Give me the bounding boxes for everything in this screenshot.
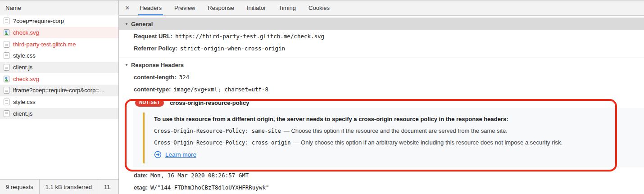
corp-header-name: cross-origin-resource-policy [170,99,249,106]
general-section-title: General [131,21,153,27]
close-icon[interactable]: × [119,0,133,15]
header-key: etag: [134,184,148,191]
details-tab[interactable]: Timing [278,0,297,15]
tabs: Headers Preview Response Initiator Timin… [133,0,336,15]
summary-text: 1.1 kB transferred [45,184,92,190]
header-value: 324 [179,74,190,81]
network-request-row[interactable]: client.js [0,108,118,120]
document-icon [4,87,9,94]
header-line: etag:W/"144-FTDhm3hoCBzT8dloUYXHFRRuywk" [119,181,644,194]
request-name: client.js [13,110,32,117]
corp-option-desc: — Only choose this option if an arbitrar… [293,139,562,146]
header-line: Referrer Policy:strict-origin-when-cross… [119,42,644,54]
response-header-rows: content-length:324 content-type:image/sv… [119,71,644,95]
request-name: check.svg [13,29,39,36]
corp-option-line: Cross-Origin-Resource-Policy: same-site—… [154,125,635,137]
details-tab[interactable]: Preview [174,0,195,15]
network-request-list: Name ?coep=require-corp check.svg third-… [0,0,119,194]
headers-view: ▼ General Request URL:https://third-part… [119,18,644,194]
details-tab[interactable]: Cookies [308,0,330,15]
corp-warning-options: Cross-Origin-Resource-Policy: same-site—… [154,125,635,149]
summary-segment: 9 requests [0,180,40,194]
header-line: content-type:image/svg+xml; charset=utf-… [119,83,644,95]
corp-warning-callout: To use this resource from a different or… [133,108,644,167]
network-request-row[interactable]: iframe?coep=require-corp&corp=… [0,85,118,96]
network-summary-bar: 9 requests 1.1 kB transferred 11. [0,179,118,194]
summary-text: 11. [104,184,112,190]
network-request-row[interactable]: ?coep=require-corp [0,15,118,27]
header-key: Referrer Policy: [134,45,177,52]
section-separator [119,58,644,58]
request-name: third-party-test.glitch.me [13,41,76,48]
corp-option-desc: — Choose this option if the resource and… [284,127,508,134]
network-request-row[interactable]: third-party-test.glitch.me [0,38,118,50]
tab-label: Preview [174,5,195,11]
header-value: W/"144-FTDhm3hoCBzT8dloUYXHFRRuywk" [150,184,269,191]
devtools-network-panel: Name ?coep=require-corp check.svg third-… [0,0,644,194]
header-key: Request URL: [134,33,172,40]
header-key: date: [134,172,148,179]
summary-segment: 1.1 kB transferred [40,180,98,194]
request-rows: ?coep=require-corp check.svg third-party… [0,15,118,119]
corp-option-code: Cross-Origin-Resource-Policy: same-site [154,128,281,134]
document-icon [4,41,9,48]
summary-text: 9 requests [6,184,33,190]
details-tab-bar: × Headers Preview Response Initiator Tim… [119,0,644,16]
disclosure-triangle-icon: ▼ [125,22,128,26]
request-name: check.svg [13,76,39,82]
details-tab[interactable]: Headers [139,0,162,15]
details-tab[interactable]: Response [207,0,235,15]
corp-warning-header: NOT-SET cross-origin-resource-policy [119,98,644,107]
document-icon [4,99,9,105]
document-icon [4,110,9,117]
tab-label: Initiator [247,5,266,11]
network-request-row[interactable]: client.js [0,62,118,73]
disclosure-triangle-icon: ▼ [125,63,128,67]
header-value: Mon, 16 Mar 2020 08:26:57 GMT [150,172,249,179]
request-details-panel: × Headers Preview Response Initiator Tim… [119,0,644,194]
corp-option-code: Cross-Origin-Resource-Policy: cross-orig… [154,140,290,146]
network-request-row[interactable]: check.svg [0,73,118,85]
tab-label: Timing [279,5,296,11]
header-key: content-type: [134,86,171,93]
header-value: strict-origin-when-cross-origin [180,45,285,52]
corp-warning-block: NOT-SET cross-origin-resource-policy To … [119,98,644,167]
tab-label: Response [208,5,234,11]
header-value: image/svg+xml; charset=utf-8 [173,86,268,93]
request-name: ?coep=require-corp [13,18,64,24]
learn-more-link[interactable]: Learn more [165,151,196,158]
corp-warning-intro: To use this resource from a different or… [154,113,635,125]
corp-option-line: Cross-Origin-Resource-Policy: cross-orig… [154,137,635,149]
tab-label: Headers [140,5,162,11]
name-column-header[interactable]: Name [0,0,118,15]
general-rows: Request URL:https://third-party-test.gli… [119,30,644,54]
name-column-label: Name [5,5,21,11]
general-section-header[interactable]: ▼ General [119,18,644,30]
document-icon [4,52,9,59]
header-line: content-length:324 [119,71,644,83]
document-icon [4,18,9,24]
summary-segment: 11. [98,180,118,194]
header-line: Request URL:https://third-party-test.gli… [119,30,644,42]
request-name: style.css [13,99,36,105]
header-line: date:Mon, 16 Mar 2020 08:26:57 GMT [119,169,644,181]
response-headers-section-title: Response Headers [131,62,184,68]
details-tab[interactable]: Initiator [246,0,267,15]
not-set-badge: NOT-SET [135,99,164,107]
tab-label: Cookies [308,5,330,11]
document-icon [4,64,9,71]
arrow-circle-icon [154,151,162,158]
image-icon [4,29,9,36]
network-request-row[interactable]: style.css [0,96,118,108]
request-name: iframe?coep=require-corp&corp=… [13,87,105,94]
header-key: content-length: [134,74,177,81]
header-value: https://third-party-test.glitch.me/check… [175,33,324,40]
response-headers-section-header[interactable]: ▼ Response Headers [119,59,644,71]
request-name: client.js [13,64,32,71]
learn-more-row: Learn more [154,149,635,160]
trailing-header-rows: date:Mon, 16 Mar 2020 08:26:57 GMT etag:… [119,169,644,194]
network-request-row[interactable]: check.svg [0,27,118,39]
network-request-row[interactable]: style.css [0,50,118,62]
image-icon [4,76,9,82]
request-name: style.css [13,52,36,59]
